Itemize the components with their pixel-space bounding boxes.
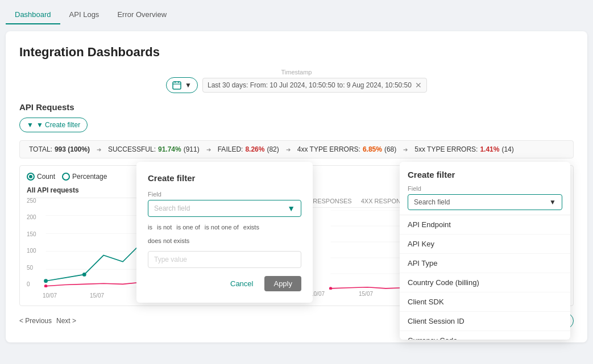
arrow-2: ➔ (206, 147, 211, 153)
prev-next-controls: < Previous Next > (19, 317, 76, 325)
chevron-down-icon: ▼ (287, 204, 295, 213)
arrow-4: ➔ (403, 147, 408, 153)
stat-successful-count: (911) (184, 145, 200, 153)
dropdown-item-api-endpoint[interactable]: API Endpoint (400, 215, 570, 235)
svg-point-15 (44, 284, 48, 287)
operator-is-one-of[interactable]: is one of (176, 223, 200, 232)
stat-5xx-label: 5xx TYPE ERRORS: (414, 145, 478, 153)
modal-title: Create filter (148, 173, 301, 183)
dropdown-item-client-sdk[interactable]: Client SDK (400, 292, 570, 312)
dropdown-header: Create filter Field Search field ▼ (400, 162, 570, 215)
radio-count-dot (27, 173, 35, 181)
operator-exists[interactable]: exists (243, 223, 259, 232)
radio-count[interactable]: Count (27, 173, 55, 181)
create-filter-button[interactable]: ▼ ▼ Create filter (19, 118, 88, 132)
radio-percentage-label: Percentage (72, 173, 107, 181)
timestamp-range: Last 30 days: From: 10 Jul 2024, 10:50:5… (202, 78, 427, 93)
value-input[interactable] (148, 251, 301, 268)
timestamp-close-button[interactable]: ✕ (415, 81, 422, 90)
filter-icon: ▼ (27, 121, 34, 129)
timestamp-label: Timestamp (281, 69, 312, 76)
dropdown-field-label: Field (408, 185, 562, 192)
modal-field-placeholder: Search field (154, 204, 190, 212)
dropdown-item-country-code[interactable]: Country Code (billing) (400, 273, 570, 292)
dropdown-search-text: Search field (414, 198, 450, 206)
dropdown-search-field[interactable]: Search field ▼ (408, 194, 562, 210)
radio-percentage-dot (62, 173, 70, 181)
stats-bar: TOTAL: 993 (100%) ➔ SUCCESSFUL: 91.74% (… (19, 140, 574, 158)
page-title: Integration Dashboards (19, 45, 574, 60)
operator-is-not-one-of[interactable]: is not one of (205, 223, 239, 232)
stat-5xx-count: (14) (501, 145, 513, 153)
modal-field-select[interactable]: Search field ▼ (148, 200, 301, 217)
stat-successful-label: SUCCESSFUL: (108, 145, 156, 153)
dropdown-item-api-key[interactable]: API Key (400, 235, 570, 254)
modal-actions: Cancel Apply (148, 276, 301, 291)
modal-field-label: Field (148, 191, 301, 198)
dropdown-item-api-type[interactable]: API Type (400, 254, 570, 273)
arrow-1: ➔ (97, 147, 101, 153)
next-button[interactable]: Next > (56, 317, 76, 325)
stat-4xx: 4xx TYPE ERRORS: 6.85% (68) (297, 145, 397, 153)
dropdown-item-client-session-id[interactable]: Client Session ID (400, 312, 570, 331)
calendar-icon (172, 81, 181, 90)
nav-tab-api-logs[interactable]: API Logs (60, 6, 109, 24)
top-navigation: Dashboard API Logs Error Overview (6, 6, 587, 24)
dropdown-chevron-icon: ▼ (549, 198, 556, 206)
dropdown-modal: Create filter Field Search field ▼ API E… (400, 162, 570, 340)
stat-total-value: 993 (100%) (55, 145, 90, 153)
apply-button[interactable]: Apply (264, 276, 301, 291)
operator-row: is is not is one of is not one of exists… (148, 223, 301, 245)
create-filter-modal: Create filter Field Search field ▼ is is… (136, 162, 313, 303)
operator-is-not[interactable]: is not (157, 223, 172, 232)
operator-does-not-exist[interactable]: does not exists (148, 236, 189, 245)
stat-failed-value: 8.26% (245, 145, 264, 153)
stat-4xx-label: 4xx TYPE ERRORS: (297, 145, 360, 153)
stat-total: TOTAL: 993 (100%) (29, 145, 90, 153)
stat-5xx-value: 1.41% (480, 145, 499, 153)
stat-failed-count: (82) (267, 145, 279, 153)
y-labels-left: 250 200 150 100 50 0 (27, 198, 40, 287)
svg-point-10 (44, 279, 48, 283)
stat-4xx-value: 6.85% (363, 145, 382, 153)
previous-button[interactable]: < Previous (19, 317, 52, 325)
radio-group: Count Percentage (27, 173, 107, 181)
timestamp-container: Timestamp ▼ Last 30 days: From: 10 Jul 2… (19, 69, 574, 93)
nav-tab-dashboard[interactable]: Dashboard (6, 6, 60, 24)
stat-4xx-count: (68) (384, 145, 396, 153)
timestamp-button[interactable]: ▼ (166, 77, 198, 93)
stat-failed-label: FAILED: (218, 145, 243, 153)
operator-is[interactable]: is (148, 223, 152, 232)
radio-percentage[interactable]: Percentage (62, 173, 107, 181)
dropdown-list: API Endpoint API Key API Type Country Co… (400, 215, 570, 340)
dropdown-title: Create filter (408, 170, 562, 179)
radio-count-label: Count (37, 173, 55, 181)
main-card: Integration Dashboards Timestamp ▼ Last … (6, 31, 587, 342)
svg-point-11 (82, 273, 86, 277)
timestamp-dropdown-arrow: ▼ (185, 81, 192, 89)
stat-successful-value: 91.74% (158, 145, 181, 153)
arrow-3: ➔ (286, 147, 291, 153)
section-title: API Requests (19, 102, 574, 112)
dropdown-item-currency-code[interactable]: Currency Code (400, 331, 570, 340)
stat-successful: SUCCESSFUL: 91.74% (911) (108, 145, 200, 153)
nav-tab-error-overview[interactable]: Error Overview (108, 6, 176, 24)
stat-failed: FAILED: 8.26% (82) (218, 145, 279, 153)
stat-5xx: 5xx TYPE ERRORS: 1.41% (14) (414, 145, 514, 153)
cancel-button[interactable]: Cancel (225, 276, 259, 291)
svg-point-25 (329, 287, 332, 290)
create-filter-label: ▼ Create filter (36, 121, 80, 129)
stat-total-label: TOTAL: (29, 145, 52, 153)
svg-rect-0 (173, 82, 181, 89)
timestamp-range-text: Last 30 days: From: 10 Jul 2024, 10:50:5… (208, 81, 412, 89)
